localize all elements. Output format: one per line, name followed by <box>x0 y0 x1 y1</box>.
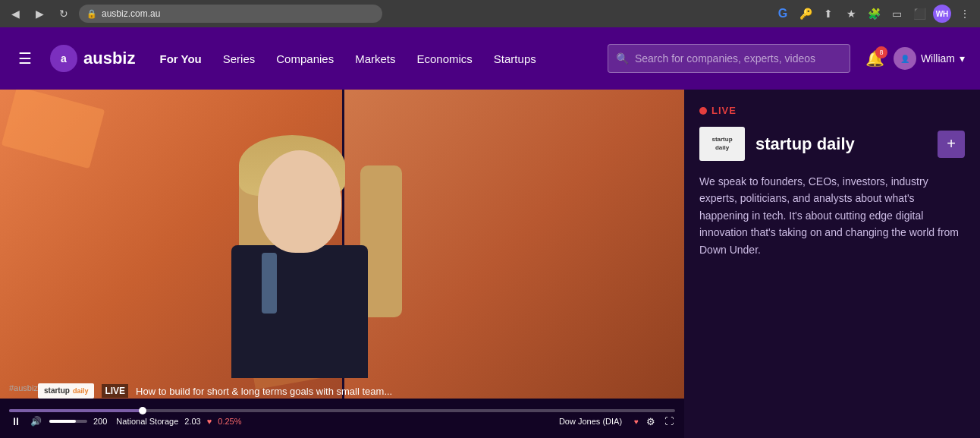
channel-name: startup daily <box>755 134 927 154</box>
notifications-button[interactable]: 🔔 8 <box>865 49 884 68</box>
add-channel-button[interactable]: + <box>938 131 965 158</box>
ticker-index: Dow Jones (DIA) <box>559 417 622 426</box>
controls-row: ⏸ 🔊 200 National Storage 2.03 ♥ 0.25% Do… <box>9 415 675 427</box>
browser-chrome: ◀ ▶ ↻ 🔒 ausbiz.com.au G 🔑 ⬆ ★ 🧩 ▭ ⬛ WH ⋮ <box>0 0 980 27</box>
puzzle-icon[interactable]: 🧩 <box>865 5 883 23</box>
nav-startups[interactable]: Startups <box>485 48 545 70</box>
profile-avatar[interactable]: WH <box>933 5 951 23</box>
search-icon: 🔍 <box>616 52 629 65</box>
live-badge-title: LIVE <box>102 384 128 398</box>
volume-bar[interactable] <box>49 420 87 423</box>
video-title: How to build for short & long terms goal… <box>136 386 392 397</box>
key-icon[interactable]: 🔑 <box>796 5 815 23</box>
bg-shape-1 <box>2 90 105 169</box>
share-icon[interactable]: ⬆ <box>819 5 837 23</box>
progress-row <box>9 409 675 412</box>
person-figure <box>224 135 406 378</box>
volume-filled <box>49 420 76 423</box>
media-icon[interactable]: ▭ <box>887 5 906 23</box>
user-name: William <box>921 52 955 65</box>
ticker-company: National Storage <box>116 417 178 426</box>
fullscreen-button[interactable]: ⛶ <box>663 416 675 427</box>
video-hashtag: #ausbiz <box>9 383 38 392</box>
heart-icon-2: ♥ <box>634 418 639 426</box>
logo-text: ausbiz <box>83 49 135 68</box>
progress-thumb <box>139 407 146 414</box>
nav-for-you[interactable]: For You <box>150 48 210 70</box>
nav-economics[interactable]: Economics <box>408 48 482 70</box>
main-nav: For You Series Companies Markets Economi… <box>150 48 545 70</box>
back-button[interactable]: ◀ <box>6 5 24 23</box>
chevron-down-icon: ▾ <box>960 52 965 65</box>
body <box>231 245 368 378</box>
right-panel: LIVE startupdaily startup daily + We spe… <box>684 90 980 438</box>
channel-logo: startupdaily <box>699 127 745 161</box>
channel-description: We speak to founders, CEOs, investors, i… <box>699 173 965 258</box>
volume-number: 200 <box>93 417 107 426</box>
live-dot <box>699 107 707 115</box>
browser-icons: G 🔑 ⬆ ★ 🧩 ▭ ⬛ WH ⋮ <box>774 5 974 23</box>
search-input[interactable] <box>635 52 842 65</box>
video-section: #ausbiz startup daily LIVE How to build … <box>0 90 684 438</box>
hamburger-menu[interactable]: ☰ <box>15 46 35 71</box>
main-content: #ausbiz startup daily LIVE How to build … <box>0 90 980 438</box>
volume-button[interactable]: 🔊 <box>29 416 43 427</box>
more-button[interactable]: ⋮ <box>956 5 974 23</box>
face <box>258 150 341 253</box>
video-controls-bar: ⏸ 🔊 200 National Storage 2.03 ♥ 0.25% Do… <box>0 399 684 438</box>
site-header: ☰ a ausbiz For You Series Companies Mark… <box>0 27 980 90</box>
user-avatar: 👤 <box>894 47 916 70</box>
progress-bar[interactable] <box>9 409 675 412</box>
ticker-value: 2.03 <box>184 417 200 426</box>
video-title-bar: startup daily LIVE How to build for shor… <box>38 383 684 399</box>
bookmark-icon[interactable]: ★ <box>842 5 860 23</box>
nav-markets[interactable]: Markets <box>346 48 404 70</box>
refresh-button[interactable]: ↻ <box>55 5 73 23</box>
pip-icon[interactable]: ⬛ <box>910 5 928 23</box>
settings-button[interactable]: ⚙ <box>645 416 657 427</box>
live-label: LIVE <box>711 105 737 116</box>
address-bar[interactable]: 🔒 ausbiz.com.au <box>79 5 382 23</box>
channel-logo-inner: startupdaily <box>699 127 745 161</box>
header-actions: 🔔 8 👤 William ▾ <box>865 47 965 70</box>
nav-series[interactable]: Series <box>214 48 265 70</box>
progress-filled <box>9 409 143 412</box>
channel-logo-text: startupdaily <box>711 136 732 152</box>
channel-header: startupdaily startup daily + <box>699 127 965 161</box>
live-indicator: LIVE <box>699 105 965 116</box>
logo-icon: a <box>50 45 77 72</box>
url-text: ausbiz.com.au <box>102 8 160 19</box>
forward-button[interactable]: ▶ <box>30 5 49 23</box>
google-icon[interactable]: G <box>774 5 792 23</box>
ticker-change: 0.25% <box>218 417 241 426</box>
site-logo[interactable]: a ausbiz <box>50 45 135 72</box>
play-pause-button[interactable]: ⏸ <box>9 415 23 427</box>
notification-badge: 8 <box>875 46 887 58</box>
nav-companies[interactable]: Companies <box>267 48 343 70</box>
video-thumbnail <box>0 90 684 399</box>
heart-icon: ♥ <box>207 417 212 426</box>
channel-logo-overlay: startup daily <box>38 383 94 399</box>
strap <box>262 253 277 314</box>
search-bar[interactable]: 🔍 <box>608 44 850 73</box>
user-menu-button[interactable]: 👤 William ▾ <box>894 47 965 70</box>
